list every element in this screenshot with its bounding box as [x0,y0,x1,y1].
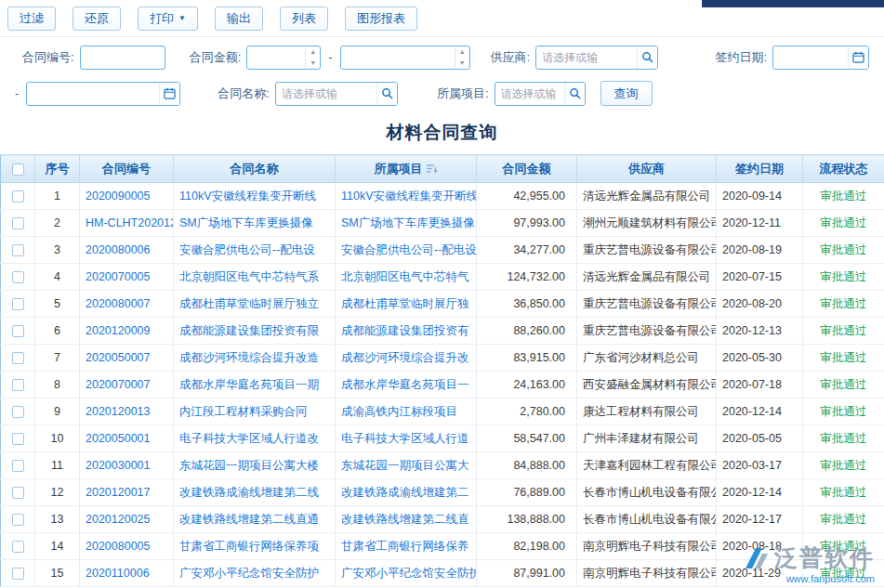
amount-range-separator: - [328,50,332,64]
row-checkbox[interactable] [12,514,24,526]
contract-code-link[interactable]: 2020080007 [86,297,151,310]
contract-name-link[interactable]: 北京朝阳区电气中芯特气系 [179,270,319,283]
project-link[interactable]: 改建铁路线增建第二线直 [341,513,469,526]
stepper-down-icon[interactable]: ▼ [306,58,320,69]
project-link[interactable]: 成都水岸华庭名苑项目一 [341,378,469,391]
contract-code-link[interactable]: 2020120017 [86,486,151,499]
row-checkbox[interactable] [12,352,24,364]
filter-button[interactable]: 过滤 [7,7,56,31]
contract-code-link[interactable]: HM-CLHT202012 [86,216,174,229]
row-checkbox[interactable] [12,460,24,472]
query-button[interactable]: 查询 [600,81,653,106]
contract-name-link[interactable]: 甘肃省工商银行网络保养项 [179,540,319,553]
material-contract-query-page: 过滤 还原 打印▼ 输出 列表 图形报表 合同编号: 合同金额: ▲▼ - ▲▼… [0,0,884,588]
print-button[interactable]: 打印▼ [138,7,198,31]
contract-name-link[interactable]: 东城花园一期项目公寓大楼 [179,459,319,472]
contract-code-link[interactable]: 2020050001 [86,432,151,445]
contract-code-link[interactable]: 2020120009 [86,324,151,337]
contract-no-input[interactable] [80,46,165,70]
contract-code-link[interactable]: 2020070007 [86,378,151,391]
row-checkbox[interactable] [12,298,24,310]
stepper-up-icon[interactable]: ▲ [455,46,469,58]
sign-date-to-input[interactable] [27,83,159,105]
stepper-up-icon[interactable]: ▲ [306,46,320,58]
contract-code-link[interactable]: 2020050007 [86,351,151,364]
contract-code-link[interactable]: 2020080006 [86,243,151,256]
project-link[interactable]: 安徽合肥供电公司--配电设 [341,243,477,256]
contract-code-link[interactable]: 2020110006 [86,567,150,580]
list-view-button[interactable]: 列表 [280,7,328,31]
project-link[interactable]: 甘肃省工商银行网络保养 [341,540,469,553]
contract-name-link[interactable]: 广安邓小平纪念馆安全防护 [179,567,319,580]
export-button[interactable]: 输出 [215,7,263,31]
row-contract-name-cell: 成都能源建设集团投资有限 [174,318,336,345]
contract-name-link[interactable]: 安徽合肥供电公司--配电设 [179,243,315,256]
amount-from-input[interactable] [247,46,305,69]
contract-name-link[interactable]: 成都沙河环境综合提升改造 [179,351,319,364]
row-contract-code-cell: 2020120025 [80,506,174,533]
row-supplier: 长春市博山机电设备有限公司 [577,479,717,506]
contract-code-link[interactable]: 2020080005 [86,540,151,553]
row-checkbox[interactable] [12,190,24,203]
project-link[interactable]: 成都能源建设集团投资有 [341,324,469,337]
contract-code-link[interactable]: 2020120025 [86,513,151,526]
row-checkbox[interactable] [12,379,24,391]
project-link[interactable]: 成都杜甫草堂临时展厅独 [341,297,469,310]
row-checkbox[interactable] [12,568,24,580]
row-checkbox[interactable] [12,325,24,337]
project-link[interactable]: SM广场地下车库更换摄像 [341,216,475,229]
project-search-button[interactable] [564,83,585,105]
project-link[interactable]: 改建铁路成渝线增建第二 [341,486,469,499]
project-link[interactable]: 东城花园一期项目公寓大 [341,459,469,472]
project-link[interactable]: 110kV安徽线程集变开断线 [341,189,477,203]
select-all-checkbox[interactable] [12,163,24,176]
contract-name-link[interactable]: SM广场地下车库更换摄像 [179,216,313,229]
contract-name-link[interactable]: 成都水岸华庭名苑项目一期 [179,378,319,391]
contract-name-link[interactable]: 改建铁路成渝线增建第二线 [179,486,319,499]
stepper-down-icon[interactable]: ▼ [455,58,469,69]
project-link[interactable]: 成都沙河环境综合提升改 [341,351,469,364]
project-link[interactable]: 广安邓小平纪念馆安全防护 [341,567,477,580]
restore-button[interactable]: 还原 [73,7,121,31]
row-checkbox[interactable] [12,541,24,553]
contract-code-link[interactable]: 2020090005 [86,189,151,203]
project-link[interactable]: 成渝高铁内江标段项目 [341,405,457,418]
contract-name-link[interactable]: 电子科技大学区域人行道改 [179,432,319,445]
header-project[interactable]: 所属项目 [336,155,477,183]
sign-date-from-calendar-button[interactable] [848,46,868,69]
row-status-badge: 审批通过 [803,345,884,372]
amount-to-input[interactable] [341,46,455,69]
row-checkbox[interactable] [12,433,24,445]
row-sign-date: 2020-05-30 [717,345,803,372]
row-contract-code-cell: 2020080005 [80,533,174,560]
supplier-input[interactable] [536,46,637,69]
contract-name-search-button[interactable] [376,83,397,105]
row-checkbox[interactable] [12,271,24,283]
sign-date-to-calendar-button[interactable] [159,83,179,105]
row-sign-date: 2020-08-19 [717,237,803,264]
project-input[interactable] [495,83,564,105]
table-row: 14 2020080005 甘肃省工商银行网络保养项 甘肃省工商银行网络保养 8… [1,533,884,560]
row-checkbox[interactable] [12,217,24,229]
row-sign-date: 2020-12-11 [717,210,803,237]
contract-name-link[interactable]: 成都杜甫草堂临时展厅独立 [179,297,319,310]
project-link[interactable]: 北京朝阳区电气中芯特气 [341,270,469,283]
row-checkbox[interactable] [12,406,24,418]
project-link[interactable]: 电子科技大学区域人行道 [341,432,469,445]
sign-date-from-input[interactable] [773,46,848,69]
contract-code-link[interactable]: 2020070005 [86,270,151,283]
row-checkbox[interactable] [12,244,24,256]
contract-code-link[interactable]: 2020030001 [86,459,151,472]
sort-icon[interactable] [427,163,438,174]
contract-code-link[interactable]: 2020120013 [86,405,151,418]
contract-name-link[interactable]: 成都能源建设集团投资有限 [179,324,319,337]
contract-name-link[interactable]: 改建铁路线增建第二线直通 [179,513,319,526]
supplier-search-button[interactable] [637,46,657,69]
amount-from-stepper[interactable]: ▲▼ [305,46,320,69]
contract-name-link[interactable]: 内江段工程材料采购合同 [179,405,308,418]
contract-name-link[interactable]: 110kV安徽线程集变开断线 [179,189,316,203]
amount-to-stepper[interactable]: ▲▼ [455,46,469,69]
graph-report-button[interactable]: 图形报表 [345,7,417,31]
row-checkbox[interactable] [12,487,24,499]
contract-name-input[interactable] [276,83,376,105]
